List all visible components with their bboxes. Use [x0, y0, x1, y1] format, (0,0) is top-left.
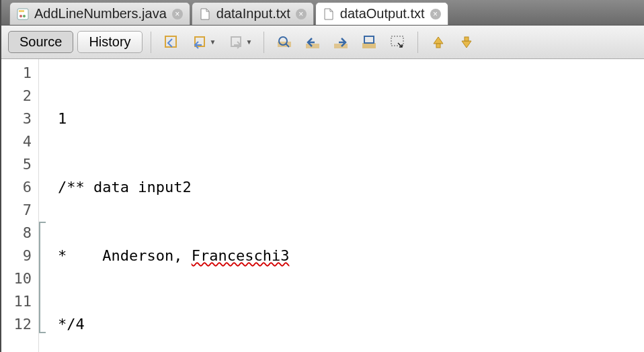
svg-point-2 — [23, 15, 26, 17]
line-number: 9 — [4, 245, 32, 267]
code-text: /** data input2 — [58, 179, 192, 195]
line-number: 3 — [4, 107, 32, 130]
code-text: * Anderson, — [58, 247, 192, 264]
editor-toolbar: Source History ▼ ▼ — [1, 26, 644, 59]
source-view-button[interactable]: Source — [8, 31, 73, 53]
code-text: */4 — [58, 316, 85, 333]
find-next-button[interactable] — [329, 31, 353, 54]
code-content[interactable]: 1 /** data input2 * Anderson, Franceschi… — [52, 59, 644, 352]
tab-bar: AddLineNumbers.java × dataInput.txt × da… — [1, 0, 644, 26]
fold-guide-icon — [39, 222, 44, 333]
svg-rect-12 — [364, 36, 374, 43]
find-previous-button[interactable] — [300, 31, 325, 54]
back-button[interactable]: ▼ — [188, 31, 220, 54]
next-bookmark-button[interactable] — [454, 31, 479, 54]
forward-button[interactable]: ▼ — [224, 31, 256, 54]
tab-datainput[interactable]: dataInput.txt × — [192, 2, 314, 25]
previous-bookmark-button[interactable] — [426, 31, 450, 54]
spell-error: Franceschi3 — [192, 247, 290, 264]
editor-area[interactable]: 1 2 3 4 5 6 7 8 9 10 11 12 1 /** data in… — [1, 59, 644, 352]
svg-point-1 — [19, 15, 22, 17]
fold-margin — [39, 59, 52, 352]
svg-rect-14 — [436, 44, 440, 48]
tab-dataoutput[interactable]: dataOutput.txt × — [315, 2, 448, 25]
separator — [151, 32, 151, 53]
tab-label: dataOutput.txt — [340, 6, 425, 21]
toggle-rectangular-selection-button[interactable] — [385, 31, 409, 54]
tab-addlinenumbers[interactable]: AddLineNumbers.java × — [9, 2, 190, 25]
line-number: 12 — [4, 313, 32, 336]
line-number: 4 — [4, 130, 32, 153]
svg-rect-3 — [19, 10, 24, 12]
chevron-down-icon: ▼ — [210, 38, 216, 46]
svg-rect-13 — [391, 36, 403, 46]
close-icon[interactable]: × — [296, 9, 307, 19]
line-number: 11 — [4, 290, 32, 313]
svg-rect-11 — [362, 43, 376, 48]
line-number: 7 — [4, 199, 32, 222]
tab-label: dataInput.txt — [216, 6, 290, 21]
line-number-gutter: 1 2 3 4 5 6 7 8 9 10 11 12 — [1, 59, 39, 352]
close-icon[interactable]: × — [172, 9, 183, 19]
line-number: 8 — [4, 222, 32, 245]
chevron-down-icon: ▼ — [246, 38, 253, 46]
line-number: 10 — [4, 267, 32, 290]
text-file-icon — [199, 8, 211, 20]
toggle-highlight-button[interactable] — [357, 31, 381, 54]
tab-label: AddLineNumbers.java — [34, 6, 167, 21]
text-file-icon — [323, 8, 335, 20]
line-number: 2 — [4, 85, 32, 107]
line-number: 5 — [4, 153, 32, 176]
svg-rect-10 — [334, 44, 348, 48]
separator — [417, 32, 418, 53]
separator — [264, 32, 264, 53]
line-number: 6 — [4, 176, 32, 199]
svg-rect-15 — [465, 37, 469, 41]
find-selection-button[interactable] — [272, 31, 296, 54]
java-file-icon — [17, 8, 29, 20]
close-icon[interactable]: × — [430, 9, 441, 19]
line-number: 1 — [4, 62, 32, 85]
code-text: 1 — [58, 110, 67, 127]
last-edit-button[interactable] — [159, 31, 184, 54]
history-view-button[interactable]: History — [77, 31, 142, 53]
svg-rect-9 — [306, 44, 319, 48]
